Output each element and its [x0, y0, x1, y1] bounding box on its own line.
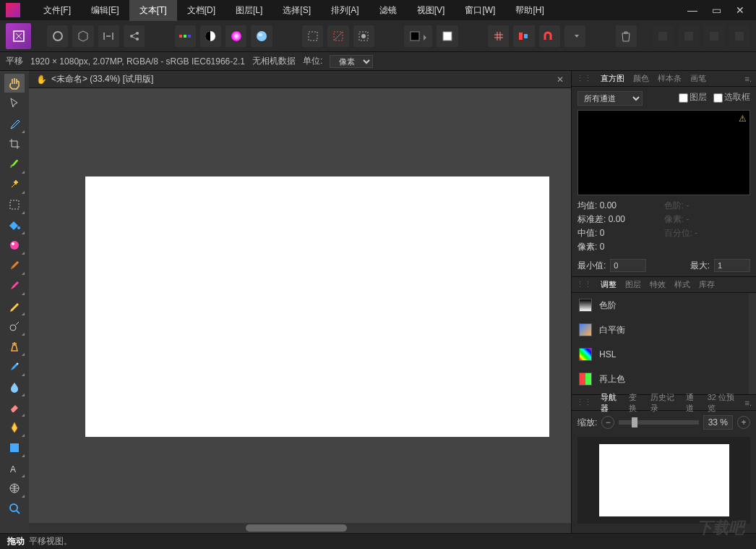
tab-navigator[interactable]: 导航器: [601, 392, 620, 414]
tool-pencil[interactable]: [4, 297, 25, 315]
tool-pan[interactable]: [4, 74, 25, 93]
adjustment-white-balance[interactable]: 白平衡: [572, 318, 749, 342]
panel-grip-icon[interactable]: ⋮⋮: [576, 398, 592, 407]
context-unit-select[interactable]: 像素: [330, 55, 373, 68]
tab-transform[interactable]: 变换: [629, 392, 642, 414]
toolbar-color-wheel-icon[interactable]: [225, 25, 246, 47]
menu-text[interactable]: 文本[T]: [129, 0, 177, 21]
tool-selection-brush[interactable]: [4, 155, 25, 174]
toolbar-align-icon[interactable]: [513, 25, 534, 47]
tool-zoom[interactable]: [4, 499, 25, 518]
menu-select[interactable]: 选择[S]: [272, 0, 321, 21]
adjustment-levels[interactable]: 色阶: [572, 293, 749, 318]
tool-healing[interactable]: [4, 357, 25, 376]
canvas-viewport[interactable]: [29, 88, 571, 523]
tool-crop[interactable]: [4, 135, 25, 153]
toolbar-circle-icon[interactable]: [47, 25, 68, 47]
adjustment-hsl[interactable]: HSL: [572, 342, 749, 367]
zoom-in-button[interactable]: +: [737, 416, 750, 429]
tool-magic-wand[interactable]: [4, 175, 25, 194]
toolbar-trash-icon[interactable]: [616, 25, 637, 47]
tab-history[interactable]: 历史记录: [650, 392, 676, 414]
toolbar-swatches-icon[interactable]: [175, 25, 196, 47]
toolbar-cube-icon[interactable]: [72, 25, 93, 47]
toolbar-grid-icon[interactable]: [488, 25, 509, 47]
tool-text[interactable]: A: [4, 459, 25, 477]
tool-eraser[interactable]: [4, 398, 25, 417]
histogram-marquee-checkbox[interactable]: [713, 93, 723, 103]
menu-window[interactable]: 窗口[W]: [455, 0, 505, 21]
toolbar-share-icon[interactable]: [124, 25, 145, 47]
tool-dodge-burn[interactable]: [4, 317, 25, 336]
tab-histogram[interactable]: 直方图: [601, 73, 624, 84]
menu-help[interactable]: 帮助[H]: [505, 0, 554, 21]
toolbar-contrast-icon[interactable]: [200, 25, 221, 47]
tab-stock[interactable]: 库存: [699, 279, 715, 290]
tab-layers[interactable]: 图层: [625, 279, 641, 290]
toolbar-crop-icon[interactable]: [327, 25, 348, 47]
tab-32bit[interactable]: 32 位预览: [708, 392, 736, 414]
canvas[interactable]: [85, 176, 549, 437]
menu-arrange[interactable]: 排列[A]: [321, 0, 369, 21]
tool-rectangle[interactable]: [4, 438, 25, 457]
tab-channels[interactable]: 通道: [686, 392, 699, 414]
tab-swatches[interactable]: 样本条: [658, 73, 682, 84]
maximize-button[interactable]: ▭: [712, 4, 721, 16]
menu-file[interactable]: 文件[F]: [33, 0, 81, 21]
zoom-percent[interactable]: 33 %: [703, 415, 733, 430]
toolbar-extra-1[interactable]: [653, 25, 674, 47]
toolbar-quickmask-icon[interactable]: [353, 25, 374, 47]
tool-paint-brush[interactable]: [4, 256, 25, 275]
panel-grip-icon[interactable]: ⋮⋮: [576, 280, 592, 289]
persona-photo-button[interactable]: [6, 23, 31, 49]
tool-gradient[interactable]: [4, 236, 25, 255]
hist-min-input[interactable]: [610, 259, 646, 272]
tool-mesh-warp[interactable]: [4, 479, 25, 498]
tool-mixer-brush[interactable]: [4, 276, 25, 295]
menu-filters[interactable]: 滤镜: [369, 0, 407, 21]
document-tab-title[interactable]: <未命名> (33.4%) [试用版]: [51, 73, 153, 85]
toolbar-snap-icon[interactable]: [539, 25, 560, 47]
toolbar-sphere-icon[interactable]: [251, 25, 272, 47]
hist-max-input[interactable]: [714, 259, 750, 272]
tool-marquee[interactable]: [4, 195, 25, 214]
toolbar-extra-2[interactable]: [678, 25, 699, 47]
zoom-slider[interactable]: [619, 420, 698, 425]
toolbar-marquee-icon[interactable]: [302, 25, 323, 47]
horizontal-scrollbar[interactable]: [29, 523, 571, 533]
tab-effects[interactable]: 特效: [650, 279, 666, 290]
tool-clone[interactable]: [4, 337, 25, 356]
menu-layer[interactable]: 图层[L]: [225, 0, 272, 21]
panel-options-icon[interactable]: ≡.: [745, 399, 752, 407]
tab-styles[interactable]: 样式: [674, 279, 690, 290]
tool-eyedropper[interactable]: [4, 114, 25, 133]
tool-move[interactable]: [4, 94, 25, 113]
tab-color[interactable]: 颜色: [633, 73, 649, 84]
minimize-button[interactable]: —: [687, 4, 697, 16]
menu-view[interactable]: 视图[V]: [407, 0, 455, 21]
panel-options-icon[interactable]: ≡.: [745, 75, 752, 83]
panel-grip-icon[interactable]: ⋮⋮: [576, 74, 592, 83]
toolbar-stroke-icon[interactable]: [437, 25, 458, 47]
scrollbar-thumb[interactable]: [246, 524, 347, 532]
toolbar-mirror-icon[interactable]: [98, 25, 119, 47]
toolbar-snap-options-icon[interactable]: [564, 25, 585, 47]
tool-blur[interactable]: [4, 378, 25, 396]
zoom-slider-thumb[interactable]: [632, 417, 637, 427]
menu-document[interactable]: 文档[D]: [177, 0, 225, 21]
tab-adjustments[interactable]: 调整: [601, 279, 617, 290]
close-button[interactable]: ✕: [736, 4, 744, 16]
tab-brushes[interactable]: 画笔: [690, 73, 706, 84]
navigator-preview[interactable]: [577, 437, 750, 524]
toolbar-fill-icon[interactable]: [404, 25, 432, 47]
zoom-out-button[interactable]: −: [601, 416, 614, 429]
toolbar-extra-3[interactable]: [703, 25, 724, 47]
tool-pen[interactable]: [4, 418, 25, 437]
toolbar-extra-4[interactable]: [729, 25, 750, 47]
warning-icon[interactable]: ⚠: [739, 114, 747, 124]
tool-flood-fill[interactable]: [4, 216, 25, 234]
adjustments-scrollbar[interactable]: [749, 293, 756, 394]
histogram-layer-checkbox[interactable]: [679, 93, 688, 103]
menu-edit[interactable]: 编辑[E]: [81, 0, 129, 21]
histogram-channel-select[interactable]: 所有通道: [577, 91, 643, 106]
